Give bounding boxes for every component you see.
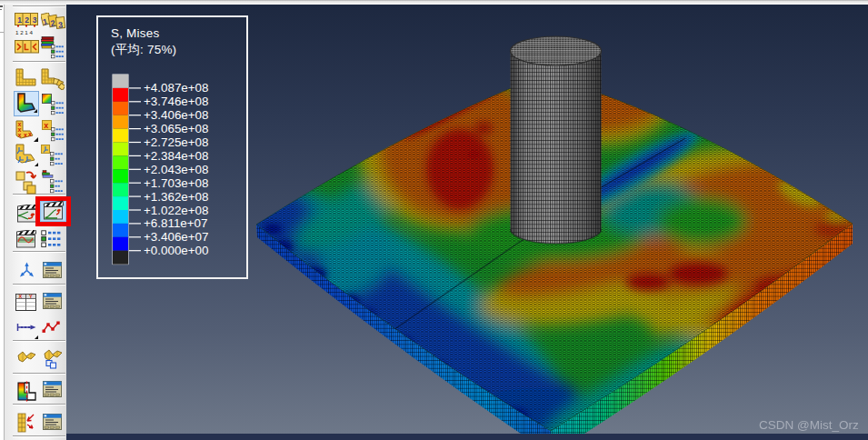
svg-text:3: 3 — [58, 20, 64, 29]
svg-text:+3.406e+08: +3.406e+08 — [144, 108, 209, 122]
svg-text:+0.000e+00: +0.000e+00 — [144, 244, 209, 257]
svg-text:+1.362e+08: +1.362e+08 — [144, 190, 209, 204]
svg-text:x: x — [18, 132, 22, 138]
svg-text:Y: Y — [29, 294, 33, 299]
svg-text:x: x — [28, 131, 32, 137]
svg-text:X: X — [19, 294, 23, 299]
svg-text:+2.384e+08: +2.384e+08 — [144, 149, 209, 163]
svg-text:+1.703e+08: +1.703e+08 — [144, 176, 209, 190]
svg-text:1 2 1 4: 1 2 1 4 — [15, 29, 33, 35]
svg-text:+2.043e+08: +2.043e+08 — [144, 163, 209, 176]
svg-text:+3.406e+07: +3.406e+07 — [144, 230, 209, 244]
svg-text:x: x — [24, 132, 27, 138]
svg-text:3: 3 — [33, 15, 37, 25]
svg-text:+1.022e+08: +1.022e+08 — [144, 204, 209, 217]
svg-text:+4.087e+08: +4.087e+08 — [144, 81, 209, 95]
svg-text:x: x — [44, 121, 48, 130]
svg-text:+2.725e+08: +2.725e+08 — [144, 135, 209, 149]
svg-text:2: 2 — [25, 15, 29, 25]
svg-text:+3.065e+08: +3.065e+08 — [144, 122, 209, 135]
svg-text:+3.746e+08: +3.746e+08 — [144, 95, 209, 108]
svg-text:1: 1 — [17, 15, 22, 25]
svg-text:+6.811e+07: +6.811e+07 — [144, 216, 208, 230]
